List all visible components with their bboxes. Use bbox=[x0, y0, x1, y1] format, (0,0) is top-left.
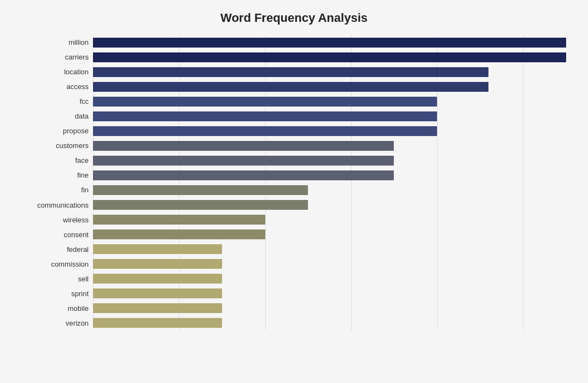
y-label-million: million bbox=[68, 39, 89, 46]
y-label-mobile: mobile bbox=[68, 305, 89, 312]
bar-sprint bbox=[93, 288, 222, 298]
bar-row-mobile bbox=[93, 302, 566, 314]
bar-row-propose bbox=[93, 125, 566, 137]
bar-row-customers bbox=[93, 140, 566, 152]
chart-container: Word Frequency Analysis millioncarriersl… bbox=[0, 0, 588, 383]
bar-row-data bbox=[93, 110, 566, 122]
y-label-fin: fin bbox=[81, 186, 89, 193]
bar-row-federal bbox=[93, 243, 566, 255]
bar-row-consent bbox=[93, 228, 566, 240]
y-label-customers: customers bbox=[56, 142, 89, 149]
y-label-fine: fine bbox=[77, 172, 89, 179]
bar-row-sprint bbox=[93, 287, 566, 299]
bar-row-verizon bbox=[93, 317, 566, 329]
bar-row-access bbox=[93, 81, 566, 93]
y-label-communications: communications bbox=[37, 202, 89, 209]
bar-row-sell bbox=[93, 273, 566, 285]
bars-and-grid bbox=[93, 35, 566, 331]
bar-fine bbox=[93, 170, 394, 180]
y-label-verizon: verizon bbox=[66, 320, 89, 327]
y-label-sprint: sprint bbox=[71, 290, 89, 297]
y-label-face: face bbox=[75, 157, 89, 164]
grid-line-0 bbox=[93, 35, 94, 331]
bar-row-communications bbox=[93, 199, 566, 211]
y-label-carriers: carriers bbox=[65, 54, 89, 61]
bar-row-commission bbox=[93, 258, 566, 270]
bar-access bbox=[93, 82, 488, 92]
y-label-access: access bbox=[67, 83, 89, 90]
bar-communications bbox=[93, 200, 308, 210]
bar-customers bbox=[93, 141, 394, 151]
y-label-consent: consent bbox=[63, 231, 89, 238]
bar-federal bbox=[93, 244, 222, 254]
chart-area: millioncarrierslocationaccessfccdataprop… bbox=[22, 35, 566, 331]
bar-row-wireless bbox=[93, 214, 566, 226]
chart-title: Word Frequency Analysis bbox=[22, 11, 566, 25]
grid-line-10 bbox=[523, 35, 523, 331]
y-label-sell: sell bbox=[78, 275, 89, 282]
bar-fcc bbox=[93, 97, 437, 107]
bar-carriers bbox=[93, 52, 566, 62]
bar-row-fine bbox=[93, 169, 566, 181]
bar-million bbox=[93, 38, 566, 48]
bar-row-location bbox=[93, 66, 566, 78]
bar-face bbox=[93, 156, 394, 166]
bar-mobile bbox=[93, 303, 222, 313]
grid-line-6 bbox=[351, 35, 352, 331]
y-label-propose: propose bbox=[63, 127, 89, 134]
y-label-data: data bbox=[75, 113, 89, 120]
grid-line-4 bbox=[265, 35, 266, 331]
y-label-federal: federal bbox=[67, 246, 89, 253]
bar-propose bbox=[93, 126, 437, 136]
bar-consent bbox=[93, 229, 265, 239]
y-labels: millioncarrierslocationaccessfccdataprop… bbox=[22, 35, 93, 331]
y-label-wireless: wireless bbox=[63, 216, 89, 223]
grid-line-8 bbox=[437, 35, 438, 331]
bar-wireless bbox=[93, 215, 265, 225]
bar-location bbox=[93, 67, 488, 77]
bar-row-face bbox=[93, 155, 566, 167]
y-label-location: location bbox=[64, 68, 89, 75]
bar-row-million bbox=[93, 37, 566, 49]
bar-row-fin bbox=[93, 184, 566, 196]
bar-fin bbox=[93, 185, 308, 195]
bar-verizon bbox=[93, 318, 222, 328]
y-label-fcc: fcc bbox=[79, 98, 89, 105]
bar-sell bbox=[93, 274, 222, 284]
bar-row-carriers bbox=[93, 51, 566, 63]
grid-line-2 bbox=[179, 35, 179, 331]
bar-commission bbox=[93, 259, 222, 269]
bar-row-fcc bbox=[93, 96, 566, 108]
bar-data bbox=[93, 111, 437, 121]
y-label-commission: commission bbox=[51, 261, 89, 268]
